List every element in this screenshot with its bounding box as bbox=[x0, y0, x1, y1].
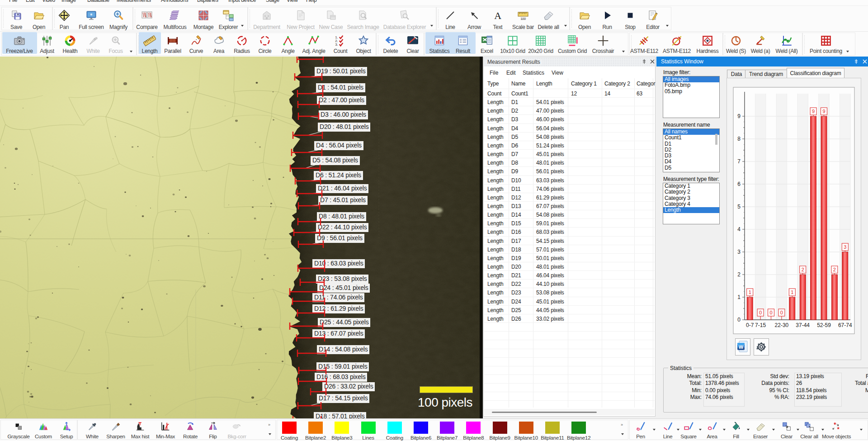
svg-text:0: 0 bbox=[759, 310, 762, 315]
svg-text:2: 2 bbox=[802, 267, 804, 272]
svg-text:3: 3 bbox=[844, 244, 846, 250]
svg-text:9: 9 bbox=[822, 109, 825, 114]
svg-text:22-30: 22-30 bbox=[775, 322, 789, 328]
svg-text:6: 6 bbox=[737, 181, 741, 187]
svg-text:1: 1 bbox=[791, 289, 793, 295]
svg-text:8: 8 bbox=[737, 136, 741, 142]
svg-text:0-7: 0-7 bbox=[746, 322, 754, 328]
svg-text:3: 3 bbox=[737, 249, 741, 255]
svg-text:W: W bbox=[739, 344, 744, 350]
svg-text:100: 100 bbox=[520, 17, 526, 21]
svg-text:1: 1 bbox=[737, 294, 741, 300]
svg-text:0: 0 bbox=[769, 310, 772, 315]
svg-text:52-59: 52-59 bbox=[817, 322, 831, 328]
svg-text:7: 7 bbox=[737, 158, 741, 165]
svg-text:5: 5 bbox=[737, 204, 741, 210]
svg-text:7-15: 7-15 bbox=[755, 322, 766, 328]
svg-text:37-44: 37-44 bbox=[796, 322, 810, 328]
svg-text:9: 9 bbox=[812, 109, 815, 114]
svg-text:0: 0 bbox=[780, 310, 783, 315]
svg-text:A: A bbox=[494, 10, 501, 21]
svg-text:2: 2 bbox=[833, 267, 836, 272]
svg-text:0: 0 bbox=[737, 317, 741, 323]
svg-text:67-74: 67-74 bbox=[838, 322, 852, 328]
svg-text:2: 2 bbox=[737, 271, 741, 278]
svg-text:4: 4 bbox=[737, 226, 741, 232]
svg-text:3.: 3. bbox=[335, 43, 338, 47]
svg-text:1: 1 bbox=[749, 289, 751, 295]
svg-text:9: 9 bbox=[737, 113, 741, 119]
